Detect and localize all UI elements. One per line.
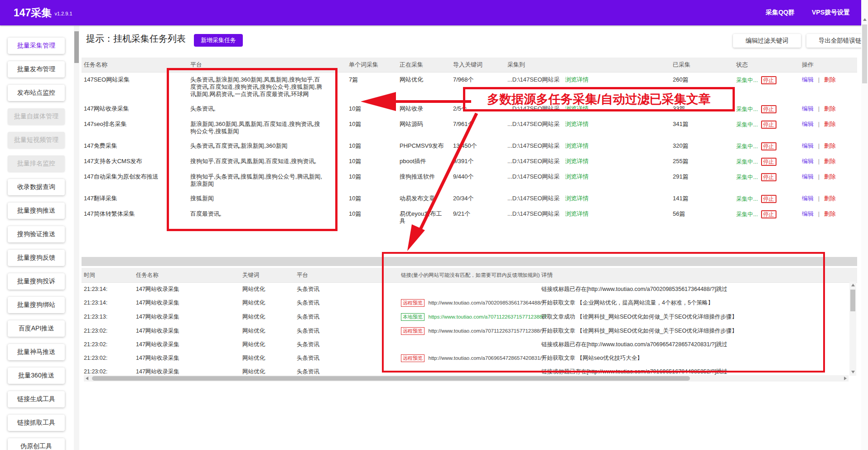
log-table-header: 时间 任务名称 关键词 平台 链接(量小的网站可能没有匹配，如需要可群内反馈增加…: [82, 268, 857, 283]
log-detail: 获取文章成功 【诠网科技_网站SEO优化如何做_关于SEO优化详细操作步骤】: [539, 310, 857, 324]
sidebar-item[interactable]: 批量发布管理: [8, 61, 65, 77]
preview-badge[interactable]: 本地预览: [401, 313, 424, 321]
log-row: 21:23:13: 147网站收录采集 网站优化 头条资讯 本地预览 https…: [82, 310, 857, 324]
task-name: 147翻译采集: [82, 191, 188, 206]
stop-button[interactable]: 停止: [761, 158, 776, 166]
sidebar-item[interactable]: 链接生成工具: [8, 391, 65, 407]
col-running: 正在采集: [397, 58, 451, 72]
preview-badge[interactable]: 远程预览: [401, 354, 424, 362]
sidebar-item[interactable]: 批量排名监控: [8, 155, 65, 172]
top-nav-link[interactable]: 采集QQ群: [766, 9, 795, 17]
stop-button[interactable]: 停止: [761, 210, 776, 218]
sidebar-item[interactable]: 发布站点监控: [8, 85, 65, 101]
sidebar-item[interactable]: 批量搜狗推送: [8, 203, 65, 219]
export-error-links-button[interactable]: 导出全部错误链接: [806, 34, 868, 48]
stop-button[interactable]: 停止: [761, 142, 776, 150]
log-table: 时间 任务名称 关键词 平台 链接(量小的网站可能没有匹配，如需要可群内反馈增加…: [82, 268, 857, 378]
sidebar-item[interactable]: 批量搜狗投诉: [8, 273, 65, 290]
stop-button[interactable]: 停止: [761, 76, 776, 84]
edit-link[interactable]: 编辑: [802, 195, 814, 202]
edit-link[interactable]: 编辑: [802, 105, 814, 112]
sidebar-item[interactable]: 搜狗验证推送: [8, 226, 65, 242]
delete-link[interactable]: 删除: [824, 121, 836, 127]
edit-link[interactable]: 编辑: [802, 210, 814, 217]
task-save-path: ...D:\147SEO网站采 浏览详情: [505, 102, 670, 116]
log-task-name: 147网站收录采集: [134, 283, 240, 296]
article-url[interactable]: http://www.toutiao.com/a7002098535617364…: [428, 300, 544, 305]
sidebar-item[interactable]: 批量搜狗绑站: [8, 297, 65, 313]
scrollbar-thumb[interactable]: [92, 376, 690, 381]
scroll-right-icon[interactable]: [844, 377, 847, 380]
preview-badge[interactable]: 远程预览: [401, 299, 424, 307]
view-detail-link[interactable]: 浏览详情: [565, 121, 588, 127]
stop-button[interactable]: 停止: [761, 195, 776, 203]
sidebar-item[interactable]: 批量采集管理: [8, 38, 65, 54]
log-link-cell: [399, 369, 539, 375]
view-detail-link[interactable]: 浏览详情: [565, 158, 588, 165]
edit-link[interactable]: 编辑: [802, 121, 814, 127]
stop-button[interactable]: 停止: [761, 173, 776, 181]
delete-link[interactable]: 删除: [824, 210, 836, 217]
delete-link[interactable]: 删除: [824, 142, 836, 149]
delete-link[interactable]: 删除: [824, 158, 836, 165]
page-vertical-scrollbar[interactable]: [861, 0, 868, 450]
edit-link[interactable]: 编辑: [802, 76, 814, 83]
task-table-header: 任务名称 平台 单个词采集 正在采集 导入关键词 采集到 已采集 状态 操作: [82, 58, 857, 73]
sidebar-item[interactable]: 批量自媒体管理: [8, 108, 65, 125]
task-per-word: 10篇: [347, 154, 397, 169]
scroll-down-icon[interactable]: [851, 371, 855, 373]
status-running-text: 采集中...: [736, 143, 758, 150]
top-header-bar: 147采集v1.2.9.1 采集QQ群VPS拨号设置: [0, 0, 868, 25]
scrollbar-thumb[interactable]: [862, 24, 867, 83]
sidebar-item-label: 收录数据查询: [17, 183, 55, 191]
task-per-word: 10篇: [347, 169, 397, 184]
log-horizontal-scrollbar[interactable]: [84, 375, 849, 382]
log-keyword: 网站优化: [240, 324, 294, 338]
log-link-cell: 远程预览 http://www.toutiao.com/a70020985356…: [399, 296, 539, 310]
sidebar-item[interactable]: 批量360推送: [8, 368, 65, 384]
sidebar-item[interactable]: 批量搜狗反馈: [8, 250, 65, 266]
add-task-button[interactable]: 新增采集任务: [194, 34, 243, 47]
view-detail-link[interactable]: 浏览详情: [565, 210, 588, 217]
delete-link[interactable]: 删除: [824, 105, 836, 112]
scroll-up-icon[interactable]: [863, 18, 867, 21]
stop-button[interactable]: 停止: [761, 121, 776, 129]
article-url[interactable]: http://www.toutiao.com/a7069654728657420…: [428, 355, 544, 361]
scrollbar-thumb[interactable]: [850, 290, 855, 311]
edit-link[interactable]: 编辑: [802, 142, 814, 149]
view-detail-link[interactable]: 浏览详情: [565, 76, 588, 83]
col-platform: 平台: [188, 58, 347, 72]
task-actions: 编辑 | 删除: [800, 73, 857, 87]
sidebar-item[interactable]: 链接抓取工具: [8, 415, 65, 431]
sidebar-item[interactable]: 伪原创工具: [8, 438, 65, 450]
edit-link[interactable]: 编辑: [802, 173, 814, 180]
sidebar-item[interactable]: 收录数据查询: [8, 179, 65, 195]
sidebar-item[interactable]: 批量短视频管理: [8, 132, 65, 148]
content-vertical-scrollbar[interactable]: [74, 26, 79, 450]
sidebar-item[interactable]: 批量神马推送: [8, 344, 65, 360]
preview-badge[interactable]: 远程预览: [401, 327, 424, 335]
stop-button[interactable]: 停止: [761, 105, 776, 113]
delete-link[interactable]: 删除: [824, 76, 836, 83]
scroll-left-icon[interactable]: [86, 377, 88, 380]
scroll-up-icon[interactable]: [851, 284, 855, 286]
view-detail-link[interactable]: 浏览详情: [565, 173, 588, 180]
article-url[interactable]: https://www.toutiao.com/a707112263715771…: [428, 314, 546, 319]
task-actions: 编辑 | 删除: [800, 169, 857, 184]
task-status: 采集中... 停止: [734, 207, 800, 222]
task-save-path: ...D:\147SEO网站采 浏览详情: [505, 169, 670, 184]
task-platforms-text: 搜狗知乎,头条资讯,搜狐新闻,搜狗公众号,腾讯新闻,新浪新闻: [190, 173, 325, 188]
view-detail-link[interactable]: 浏览详情: [565, 195, 588, 202]
edit-link[interactable]: 编辑: [802, 158, 814, 165]
sidebar-item[interactable]: 百度API推送: [8, 320, 65, 337]
log-row: 21:23:14: 147网站收录采集 网站优化 头条资讯 远程预览 http:…: [82, 296, 857, 310]
article-url[interactable]: http://www.toutiao.com/a7071122637157712…: [428, 328, 544, 334]
edit-filter-keywords-button[interactable]: 编辑过滤关键词: [733, 34, 801, 48]
scrollbar-thumb[interactable]: [74, 31, 79, 63]
log-vertical-scrollbar[interactable]: [849, 281, 856, 376]
top-nav-link[interactable]: VPS拨号设置: [812, 9, 850, 17]
delete-link[interactable]: 删除: [824, 173, 836, 180]
view-detail-link[interactable]: 浏览详情: [565, 142, 588, 149]
delete-link[interactable]: 删除: [824, 195, 836, 202]
view-detail-link[interactable]: 浏览详情: [565, 105, 588, 112]
